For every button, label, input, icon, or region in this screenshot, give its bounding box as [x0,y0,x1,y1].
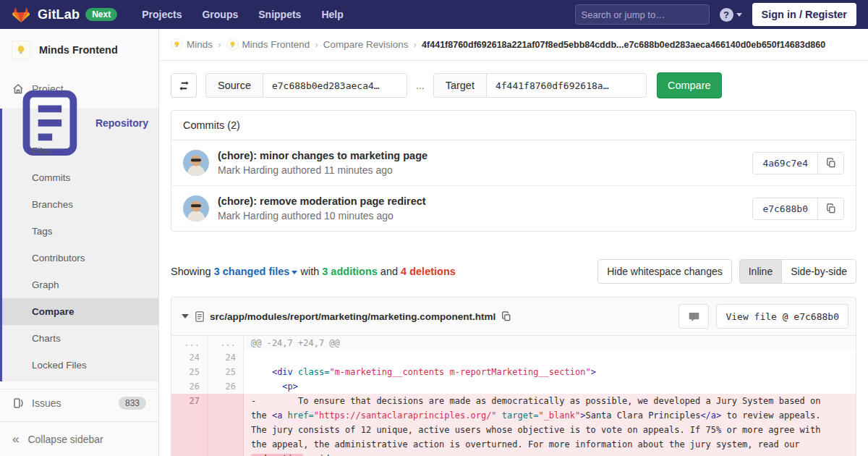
inline-mode-button[interactable]: Inline [740,260,781,283]
diff-hunk-row: ... ... @@ -24,7 +24,7 @@ [171,336,856,350]
commit-title[interactable]: (chore): remove moderation page redirect [218,195,426,207]
breadcrumb-separator: › [218,39,221,50]
commit-sha[interactable]: e7c688b0 [753,198,817,219]
nav-link-help[interactable]: Help [321,9,343,20]
sidebar-item-graph[interactable]: Graph [2,271,158,298]
copy-file-path-button[interactable] [501,311,511,321]
diff-line-context: 24 24 [171,350,856,365]
avatar[interactable] [183,195,209,221]
gitlab-logo-icon[interactable] [12,6,30,24]
copy-sha-button[interactable] [817,198,843,219]
commit-sha-group: e7c688b0 [752,198,844,220]
collapse-icon: « [12,432,19,447]
search-input[interactable] [582,9,709,20]
diff-file-header: src/app/modules/report/marketing/marketi… [171,297,856,336]
breadcrumb-minds-frontend[interactable]: Minds Frontend [226,38,310,51]
deletions-count: 4 deletions [401,266,456,277]
sidebar-item-repository[interactable]: Repository [2,109,158,138]
lightbulb-icon [229,41,237,48]
commit-sha[interactable]: 4a69c7e4 [753,153,817,174]
old-line-number[interactable]: 26 [171,379,208,394]
group-avatar [171,38,183,51]
copy-icon [501,311,511,321]
breadcrumb-label: Minds [187,39,213,50]
sign-in-button[interactable]: Sign in / Register [752,3,856,26]
breadcrumb: Minds › Minds Frontend › Compare Revisio… [159,29,868,61]
new-line-number[interactable]: 26 [208,379,244,394]
old-line-number[interactable]: 27 [171,394,208,456]
view-file-button[interactable]: View file @ e7c688b0 [716,304,848,329]
brand-title[interactable]: GitLab [38,7,80,22]
diff-file-path[interactable]: src/app/modules/report/marketing/marketi… [210,311,495,322]
sidebar-item-locked-files[interactable]: Locked Files [2,352,158,379]
diff-line-context: 26 26 <p> [171,379,856,394]
code-line: - To ensure that decisions are made as d… [244,394,856,456]
old-line-number[interactable]: ... [171,336,208,350]
new-line-number[interactable]: ... [208,336,244,350]
target-input[interactable] [486,73,647,98]
next-badge: Next [85,8,117,21]
comment-icon [689,311,699,322]
source-label: Source [205,73,263,98]
lightbulb-icon [15,44,27,56]
lightbulb-icon [173,41,181,48]
swap-revisions-button[interactable] [171,73,197,98]
hide-whitespace-button[interactable]: Hide whitespace changes [597,259,732,284]
files-summary: Showing 3 changed files with 3 additions… [171,266,456,277]
avatar[interactable] [183,150,209,176]
new-line-number[interactable]: 25 [208,365,244,379]
target-label: Target [433,73,486,98]
sidebar-item-charts[interactable]: Charts [2,325,158,352]
breadcrumb-compare-revisions[interactable]: Compare Revisions [323,39,409,50]
top-navbar: GitLab Next Projects Groups Snippets Hel… [0,0,868,29]
sidebar-item-label: Issues [32,397,61,409]
main-content: Minds › Minds Frontend › Compare Revisio… [159,29,868,456]
breadcrumb-label: Minds Frontend [242,39,310,50]
source-input[interactable] [263,73,407,98]
toggle-comments-button[interactable] [678,304,709,329]
sidebar-item-branches[interactable]: Branches [2,191,158,218]
compare-button[interactable]: Compare [657,72,722,98]
sidebar-item-issues[interactable]: Issues 833 [0,389,158,417]
breadcrumb-minds[interactable]: Minds [171,38,213,51]
old-line-number[interactable]: 24 [171,350,208,365]
side-by-side-mode-button[interactable]: Side-by-side [781,260,856,283]
project-context-header[interactable]: Minds Frontend [0,29,158,69]
sidebar-item-contributors[interactable]: Contributors [2,245,158,271]
nav-link-projects[interactable]: Projects [142,9,182,20]
breadcrumb-label: Compare Revisions [323,39,409,50]
copy-sha-button[interactable] [817,153,843,174]
help-icon[interactable]: ? [720,8,733,22]
nav-right: ? Sign in / Register [575,3,856,26]
nav-link-groups[interactable]: Groups [202,9,238,20]
with-label: with [300,266,319,277]
changed-files-dropdown[interactable]: 3 changed files [214,266,298,277]
project-avatar [12,41,30,59]
commit-title[interactable]: (chore): minor changes to marketing page [218,150,427,161]
commit-row: (chore): remove moderation page redirect… [171,185,856,231]
sidebar-item-commits[interactable]: Commits [2,164,158,191]
breadcrumb-separator: › [315,39,318,50]
project-title[interactable]: Minds Frontend [39,44,118,56]
sidebar-item-tags[interactable]: Tags [2,218,158,245]
collapse-file-icon[interactable] [182,314,189,318]
issues-icon [12,397,24,409]
swap-icon [179,80,190,91]
breadcrumb-separator: › [414,39,417,50]
sidebar-item-compare[interactable]: Compare [2,298,158,325]
help-menu[interactable]: ? [720,8,742,22]
commits-panel: Commits (2) (chore): minor changes to ma… [171,110,856,232]
collapse-sidebar-button[interactable]: « Collapse sidebar [0,421,158,456]
range-ellipsis: ... [416,80,425,91]
global-search[interactable] [575,4,710,25]
old-line-number[interactable]: 25 [171,365,208,379]
code-line: <div class="m-marketing__contents m-repo… [244,365,856,379]
nav-left: GitLab Next Projects Groups Snippets Hel… [12,6,344,24]
new-line-number[interactable] [208,394,244,456]
nav-link-snippets[interactable]: Snippets [258,9,301,20]
diff-line-context: 25 25 <div class="m-marketing__contents … [171,365,856,379]
new-line-number[interactable]: 24 [208,350,244,365]
caret-down-icon [292,271,297,274]
showing-label: Showing [171,266,211,277]
user-photo [183,150,209,176]
